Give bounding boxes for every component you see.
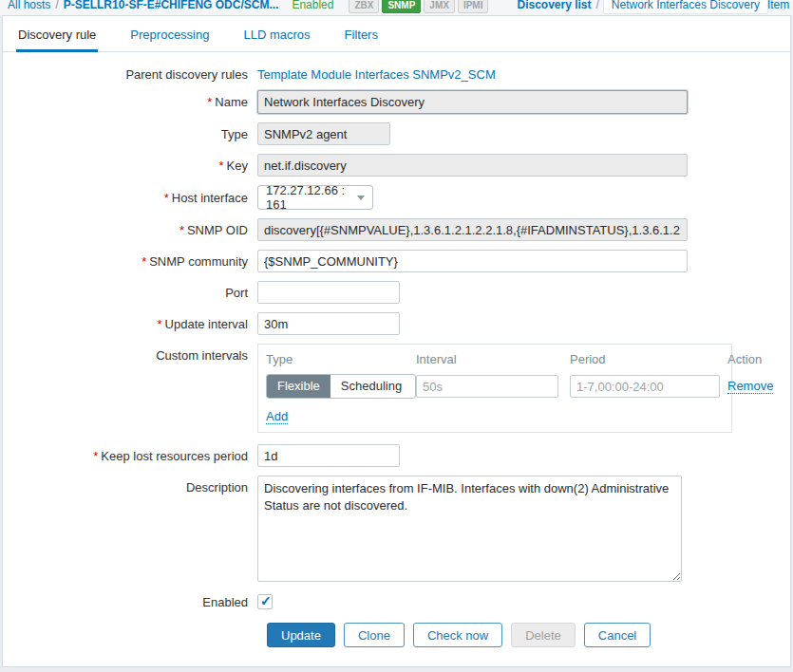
discovery-nav-separator: /	[596, 0, 599, 11]
update-interval-input[interactable]	[257, 312, 400, 335]
flexible-toggle-button[interactable]: Flexible	[267, 375, 330, 398]
form-row-key: *Key	[12, 154, 781, 177]
host-interface-label: Host interface	[172, 191, 248, 205]
tab-preprocessing[interactable]: Preprocessing	[128, 16, 211, 52]
clone-button[interactable]: Clone	[344, 623, 405, 647]
form-row-update-interval: *Update interval	[12, 312, 781, 335]
required-marker: *	[142, 254, 146, 269]
column-interval: Interval	[416, 352, 570, 366]
breadcrumb-host-link[interactable]: P-SELLR10-SF-E#CHIFENG ODC/SCM...	[64, 0, 279, 11]
parent-rules-label: Parent discovery rules	[12, 67, 257, 82]
required-marker: *	[219, 159, 224, 173]
name-input[interactable]	[257, 90, 688, 114]
form-row-type: Type	[12, 122, 781, 145]
form-row-host-interface: *Host interface 172.27.12.66 : 161	[12, 185, 781, 210]
interval-type-toggle: Flexible Scheduling	[266, 374, 416, 399]
port-label: Port	[12, 286, 257, 300]
current-discovery-rule-label: Network Interfaces Discovery	[604, 0, 767, 13]
snmp-oid-input[interactable]	[257, 218, 688, 241]
breadcrumb-all-hosts-link[interactable]: All hosts	[8, 0, 50, 11]
type-select[interactable]	[257, 122, 390, 145]
name-label: Name	[215, 95, 248, 109]
form-row-name: *Name	[12, 90, 781, 114]
column-type: Type	[266, 352, 416, 366]
snmp-availability-badge: SNMP	[382, 0, 421, 13]
scheduling-toggle-button[interactable]: Scheduling	[330, 375, 412, 398]
required-marker: *	[207, 95, 212, 109]
tab-filters[interactable]: Filters	[343, 16, 380, 52]
snmp-community-label: SNMP community	[149, 254, 248, 269]
snmp-oid-label: SNMP OID	[187, 223, 248, 237]
required-marker: *	[93, 449, 98, 463]
tab-discovery-rule[interactable]: Discovery rule	[16, 16, 98, 52]
update-interval-label: Update interval	[165, 317, 248, 331]
item-prototypes-link[interactable]: Item prototypes	[767, 0, 793, 11]
form-row-snmp-community: *SNMP community	[12, 250, 781, 272]
column-action: Action	[727, 352, 762, 366]
description-label: Description	[12, 476, 257, 495]
enabled-label: Enabled	[12, 595, 257, 609]
zbx-availability-badge: ZBX	[349, 0, 379, 13]
snmp-community-input[interactable]	[257, 250, 688, 272]
availability-badges: ZBX SNMP JMX IPMI	[349, 0, 488, 13]
description-textarea[interactable]: Discovering interfaces from IF-MIB. Inte…	[257, 476, 682, 582]
custom-intervals-header: Type Interval Period Action	[266, 352, 724, 374]
custom-intervals-label: Custom intervals	[12, 344, 257, 363]
form-row-port: Port	[12, 281, 781, 304]
add-interval-link[interactable]: Add	[266, 409, 288, 424]
top-header-bar: All hosts/P-SELLR10-SF-E#CHIFENG ODC/SCM…	[0, 0, 793, 15]
breadcrumb-separator: /	[55, 0, 58, 11]
form-row-snmp-oid: *SNMP OID	[12, 218, 781, 241]
host-status-badge: Enabled	[292, 0, 333, 11]
custom-intervals-table: Type Interval Period Action Flexible Sch…	[257, 344, 732, 433]
host-interface-value: 172.27.12.66 : 161	[266, 183, 349, 212]
breadcrumb: All hosts/P-SELLR10-SF-E#CHIFENG ODC/SCM…	[8, 0, 278, 11]
delete-button: Delete	[511, 623, 576, 647]
jmx-availability-badge: JMX	[424, 0, 455, 13]
enabled-checkbox[interactable]	[257, 594, 273, 609]
keep-lost-input[interactable]	[257, 444, 400, 467]
check-now-button[interactable]: Check now	[413, 623, 502, 647]
keep-lost-label: Keep lost resources period	[101, 449, 248, 463]
discovery-nav: Discovery list / Network Interfaces Disc…	[517, 0, 766, 13]
type-label: Type	[12, 127, 257, 141]
port-input[interactable]	[257, 281, 400, 304]
discovery-list-link[interactable]: Discovery list	[517, 0, 591, 11]
form-row-parent-rules: Parent discovery rules Template Module I…	[12, 67, 781, 82]
update-button[interactable]: Update	[267, 623, 335, 647]
key-label: Key	[227, 159, 248, 173]
form-row-keep-lost: *Keep lost resources period	[12, 444, 781, 467]
ipmi-availability-badge: IPMI	[458, 0, 489, 13]
key-input[interactable]	[257, 154, 688, 177]
tab-bar: Discovery rule Preprocessing LLD macros …	[3, 16, 790, 52]
form-row-custom-intervals: Custom intervals Type Interval Period Ac…	[12, 344, 781, 433]
form-row-description: Description Discovering interfaces from …	[12, 476, 781, 582]
column-period: Period	[570, 352, 727, 366]
cancel-button[interactable]: Cancel	[584, 623, 651, 647]
form-row-enabled: Enabled	[12, 594, 781, 609]
interval-input[interactable]	[416, 375, 558, 398]
parent-template-link[interactable]: Template Module Interfaces SNMPv2_SCM	[257, 67, 496, 82]
required-marker: *	[157, 317, 161, 331]
host-interface-select[interactable]: 172.27.12.66 : 161	[257, 185, 373, 210]
custom-interval-row: Flexible Scheduling Remove	[266, 374, 724, 399]
period-input[interactable]	[570, 375, 720, 398]
remove-interval-link[interactable]: Remove	[727, 379, 773, 394]
required-marker: *	[164, 191, 169, 205]
required-marker: *	[179, 223, 184, 237]
discovery-rule-form: Parent discovery rules Template Module I…	[3, 52, 790, 647]
form-footer-buttons: Update Clone Check now Delete Cancel	[267, 623, 781, 647]
tab-lld-macros[interactable]: LLD macros	[241, 16, 312, 52]
discovery-rule-panel: Discovery rule Preprocessing LLD macros …	[2, 15, 791, 667]
chevron-down-icon	[357, 196, 365, 200]
